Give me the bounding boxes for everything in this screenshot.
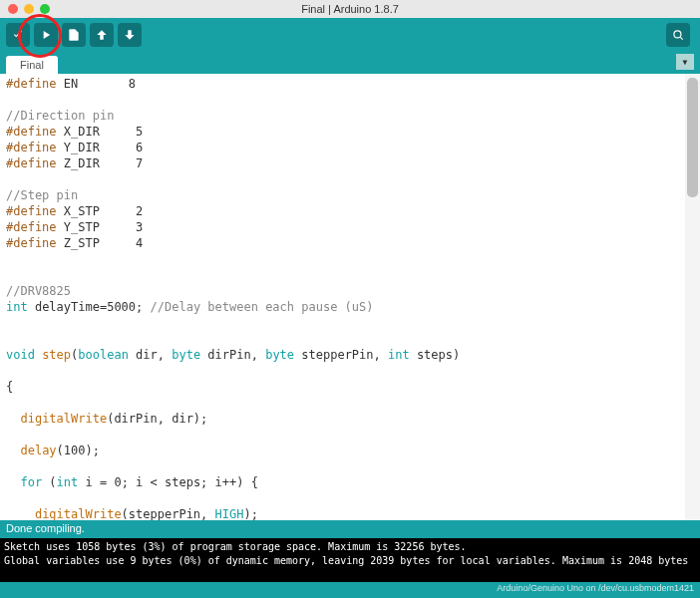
code-line: void step(boolean dir, byte dirPin, byte… (6, 347, 694, 363)
upload-button[interactable] (34, 23, 58, 47)
console-output[interactable]: Sketch uses 1058 bytes (3%) of program s… (0, 538, 700, 582)
code-line: digitalWrite(stepperPin, HIGH); (6, 506, 694, 520)
console-line: Global variables use 9 bytes (0%) of dyn… (4, 554, 696, 568)
code-line: #define EN 8 (6, 76, 694, 92)
code-line: digitalWrite(dirPin, dir); (6, 411, 694, 427)
code-line: { (6, 379, 694, 395)
status-message: Done compiling. (6, 522, 85, 534)
board-info: Arduino/Genuino Uno on /dev/cu.usbmodem1… (497, 583, 694, 597)
code-line (6, 458, 694, 474)
tabs-row: Final (0, 52, 700, 74)
open-button[interactable] (90, 23, 114, 47)
svg-point-0 (674, 31, 681, 38)
verify-button[interactable] (6, 23, 30, 47)
code-line: int delayTime=5000; //Delay between each… (6, 299, 694, 315)
traffic-lights (0, 4, 50, 14)
code-line (6, 267, 694, 283)
toolbar (0, 18, 700, 52)
code-line (6, 92, 694, 108)
code-line: //Direction pin (6, 108, 694, 124)
code-line (6, 251, 694, 267)
code-line: #define Z_STP 4 (6, 235, 694, 251)
code-line: delay(100); (6, 443, 694, 458)
tab-menu-button[interactable] (676, 54, 694, 70)
window-titlebar: Final | Arduino 1.8.7 (0, 0, 700, 18)
code-line (6, 427, 694, 443)
window-title: Final | Arduino 1.8.7 (301, 3, 399, 15)
console-line: Sketch uses 1058 bytes (3%) of program s… (4, 540, 696, 554)
code-line: #define Y_STP 3 (6, 219, 694, 235)
code-line (6, 490, 694, 506)
code-line (6, 363, 694, 379)
code-line: #define Z_DIR 7 (6, 155, 694, 171)
minimize-window-button[interactable] (24, 4, 34, 14)
code-line (6, 395, 694, 411)
editor-scrollbar-thumb[interactable] (687, 78, 698, 197)
editor-scrollbar-track (685, 74, 700, 520)
save-button[interactable] (118, 23, 142, 47)
code-line: #define Y_DIR 6 (6, 140, 694, 155)
serial-monitor-button[interactable] (666, 23, 690, 47)
code-line (6, 331, 694, 347)
code-line (6, 171, 694, 187)
footer-bar: Arduino/Genuino Uno on /dev/cu.usbmodem1… (0, 582, 700, 598)
code-line: #define X_STP 2 (6, 203, 694, 219)
tab-final[interactable]: Final (6, 56, 58, 74)
code-line: for (int i = 0; i < steps; i++) { (6, 474, 694, 490)
new-button[interactable] (62, 23, 86, 47)
maximize-window-button[interactable] (40, 4, 50, 14)
code-line (6, 315, 694, 331)
close-window-button[interactable] (8, 4, 18, 14)
status-bar: Done compiling. (0, 520, 700, 538)
code-line: //DRV8825 (6, 283, 694, 299)
code-line: //Step pin (6, 187, 694, 203)
code-line: #define X_DIR 5 (6, 124, 694, 140)
code-editor[interactable]: #define EN 8 //Direction pin#define X_DI… (0, 74, 700, 520)
